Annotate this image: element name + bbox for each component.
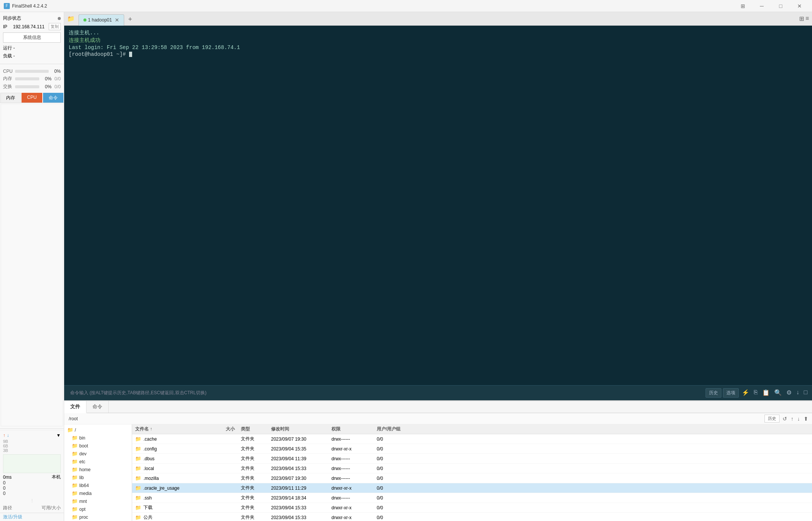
expand-icon[interactable]: ▼ bbox=[56, 433, 61, 438]
path-label[interactable]: 路径 bbox=[3, 505, 12, 511]
metrics-section: CPU 0% 内存 0% 0/0 交换 0% 0/0 bbox=[0, 66, 64, 93]
file-type-cell: 文件夹 bbox=[241, 475, 271, 481]
dir-item-mnt[interactable]: 📁 mnt bbox=[69, 497, 132, 505]
sidebar-tab-cpu[interactable]: CPU bbox=[22, 93, 42, 103]
dir-item-opt[interactable]: 📁 opt bbox=[69, 505, 132, 513]
tab-close-button[interactable]: ✕ bbox=[115, 17, 119, 23]
grid-button[interactable]: ⊞ bbox=[734, 0, 752, 12]
dir-item-etc[interactable]: 📁 etc bbox=[69, 458, 132, 466]
file-row[interactable]: 📁 .config 文件夹 2023/09/04 15:35 drwxr-xr-… bbox=[132, 444, 812, 454]
maximize-button[interactable]: □ bbox=[772, 0, 789, 12]
file-perm-cell: drwxr-xr-x bbox=[331, 486, 377, 491]
download-cmd-icon[interactable]: ↓ bbox=[795, 388, 801, 398]
dir-item-proc[interactable]: 📁 proc bbox=[69, 513, 132, 521]
file-perm-cell: drwx------ bbox=[331, 436, 377, 442]
file-user-cell: 0/0 bbox=[377, 436, 407, 442]
minimize-button[interactable]: ─ bbox=[753, 0, 770, 12]
sidebar-tab-bar: 内存 CPU 命令 bbox=[0, 93, 64, 103]
dir-item-lib64[interactable]: 📁 lib64 bbox=[69, 481, 132, 489]
file-type-cell: 文件夹 bbox=[241, 446, 271, 452]
file-list: 文件名 ↑ 大小 类型 修改时间 权限 用户/用户组 📁 .cache 文件夹 … bbox=[132, 424, 812, 521]
activate-bar[interactable]: 激活/升级 bbox=[0, 513, 64, 521]
layout-list-icon[interactable]: ≡ bbox=[806, 15, 809, 22]
dir-item-bin[interactable]: 📁 bin bbox=[69, 434, 132, 442]
history-button[interactable]: 历史 bbox=[706, 388, 721, 398]
col-header-date[interactable]: 修改时间 bbox=[271, 426, 331, 432]
dir-icon-mnt: 📁 bbox=[72, 498, 78, 504]
dir-label-root: / bbox=[75, 427, 76, 433]
resize-dots[interactable]: ⋮ bbox=[0, 498, 64, 503]
col-header-perm[interactable]: 权限 bbox=[331, 426, 377, 432]
lightning-icon[interactable]: ⚡ bbox=[740, 388, 751, 398]
swap-bar-container bbox=[15, 85, 39, 88]
fullscreen-icon[interactable]: □ bbox=[802, 388, 809, 398]
cpu-value: 0% bbox=[50, 69, 61, 74]
folder-icon[interactable]: 📁 bbox=[64, 15, 78, 22]
file-row[interactable]: 📁 下载 文件夹 2023/09/04 15:33 drwxr-xr-x 0/0 bbox=[132, 503, 812, 513]
copy-ip-button[interactable]: 复制 bbox=[49, 23, 61, 30]
file-upload-icon[interactable]: ⬆ bbox=[803, 415, 809, 423]
file-folder-icon: 📁 bbox=[135, 485, 141, 491]
network-header-row: ↑ ↓ ▼ bbox=[3, 432, 61, 438]
search-cmd-icon[interactable]: 🔍 bbox=[773, 388, 783, 398]
options-button[interactable]: 选项 bbox=[723, 388, 739, 398]
col-header-size[interactable]: 大小 bbox=[211, 426, 241, 432]
clipboard-icon[interactable]: 📋 bbox=[761, 388, 771, 398]
add-tab-button[interactable]: + bbox=[124, 13, 136, 26]
file-perm-cell: drwx------ bbox=[331, 466, 377, 471]
file-row[interactable]: 📁 .local 文件夹 2023/09/04 15:33 drwx------… bbox=[132, 464, 812, 473]
dir-label-lib64: lib64 bbox=[79, 483, 89, 488]
file-row[interactable]: 📁 .cache 文件夹 2023/09/07 19:30 drwx------… bbox=[132, 434, 812, 444]
mem-value: 0% bbox=[41, 76, 51, 81]
sidebar-tab-cmd[interactable]: 命令 bbox=[43, 93, 63, 103]
window-controls: ⊞ ─ □ ✕ bbox=[734, 0, 808, 12]
file-folder-icon: 📁 bbox=[135, 466, 141, 471]
file-history-button[interactable]: 历史 bbox=[764, 415, 780, 423]
settings-icon[interactable]: ⚙ bbox=[785, 388, 793, 398]
net-levels: 9B 6B 3B bbox=[3, 438, 61, 453]
file-row[interactable]: 📁 .ssh 文件夹 2023/09/14 18:34 drwx------ 0… bbox=[132, 493, 812, 503]
file-row[interactable]: 📁 .mozilla 文件夹 2023/09/07 19:30 drwx----… bbox=[132, 473, 812, 483]
file-perm-cell: drwx------ bbox=[331, 476, 377, 481]
terminal[interactable]: 连接主机... 连接主机成功 Last login: Fri Sep 22 13… bbox=[64, 26, 812, 385]
file-row[interactable]: 📁 .oracle_jre_usage 文件夹 2023/09/11 11:29… bbox=[132, 483, 812, 493]
cpu-label: CPU bbox=[3, 69, 14, 74]
dir-item-home[interactable]: 📁 home bbox=[69, 466, 132, 473]
file-refresh-icon[interactable]: ↺ bbox=[782, 415, 788, 423]
dir-icon-boot: 📁 bbox=[72, 443, 78, 449]
dir-label-opt: opt bbox=[79, 507, 86, 512]
net-stat-rows: 0 0 0 bbox=[3, 480, 61, 496]
size-label[interactable]: 可用/大小 bbox=[42, 505, 61, 511]
terminal-tab-hadoop01[interactable]: 1 hadoop01 ✕ bbox=[79, 14, 124, 26]
layout-grid-icon[interactable]: ⊞ bbox=[799, 15, 804, 22]
file-type-cell: 文件夹 bbox=[241, 436, 271, 442]
dir-item-lib[interactable]: 📁 lib bbox=[69, 473, 132, 481]
dir-item-media[interactable]: 📁 media bbox=[69, 489, 132, 497]
col-header-name[interactable]: 文件名 ↑ bbox=[135, 426, 211, 432]
close-button[interactable]: ✕ bbox=[791, 0, 808, 12]
col-header-user[interactable]: 用户/用户组 bbox=[377, 426, 407, 432]
sidebar-tab-mem[interactable]: 内存 bbox=[0, 93, 21, 103]
file-date-cell: 2023/09/11 11:29 bbox=[271, 486, 331, 491]
dir-item-root[interactable]: 📁 / bbox=[64, 426, 132, 434]
dir-item-dev[interactable]: 📁 dev bbox=[69, 450, 132, 458]
net-level-9b: 9B bbox=[3, 439, 61, 444]
file-name-cell: 📁 .oracle_jre_usage bbox=[135, 485, 211, 491]
col-header-type[interactable]: 类型 bbox=[241, 426, 271, 432]
copy-icon[interactable]: ⎘ bbox=[752, 388, 759, 398]
swap-value: 0% bbox=[41, 84, 51, 89]
file-up-icon[interactable]: ↑ bbox=[790, 415, 794, 423]
file-row[interactable]: 📁 公共 文件夹 2023/09/04 15:33 drwxr-xr-x 0/0 bbox=[132, 513, 812, 521]
file-row[interactable]: 📁 .dbus 文件夹 2023/09/04 11:39 drwx------ … bbox=[132, 454, 812, 464]
file-tab-files[interactable]: 文件 bbox=[64, 401, 86, 413]
swap-metric-row: 交换 0% 0/0 bbox=[3, 83, 61, 91]
file-download-icon[interactable]: ↓ bbox=[797, 415, 801, 423]
dir-item-boot[interactable]: 📁 boot bbox=[69, 442, 132, 450]
app-title: FinalShell 4.2.4.2 bbox=[12, 3, 734, 9]
net-stat-2: 0 bbox=[3, 491, 61, 496]
file-user-cell: 0/0 bbox=[377, 456, 407, 461]
ip-value: 192.168.74.111 bbox=[13, 24, 44, 29]
sys-info-button[interactable]: 系统信息 bbox=[3, 32, 61, 43]
file-tab-cmd[interactable]: 命令 bbox=[86, 401, 109, 413]
cmd-placeholder[interactable]: 命令输入 (按ALT键提示历史,TAB键路径,ESC键返回,双击CTRL切换) bbox=[67, 390, 706, 396]
